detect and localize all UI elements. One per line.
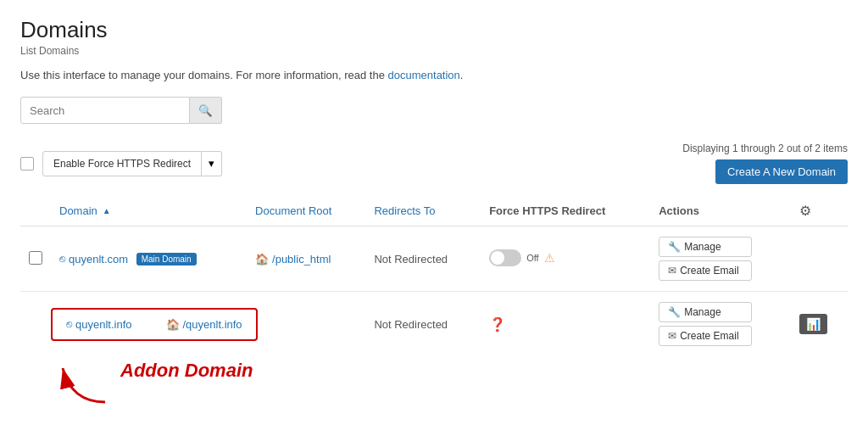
page-title: Domains — [20, 17, 848, 43]
col-actions: Actions — [650, 196, 790, 226]
addon-domain-label: Addon Domain — [120, 360, 253, 382]
row2-actions-cell: 🔧 Manage ✉ Create Email — [650, 292, 790, 357]
search-input[interactable] — [20, 97, 190, 124]
sort-icon: ▲ — [103, 206, 111, 215]
row1-domain-name: quyenlt.com — [69, 253, 128, 266]
external-link-icon2: ⎋ — [66, 318, 72, 330]
row2-https-cell: ❓ — [481, 292, 650, 357]
col-gear: ⚙ — [791, 196, 848, 226]
description-suffix: . — [460, 69, 464, 81]
domain-table: Domain ▲ Document Root Redirects To Forc… — [20, 196, 848, 356]
col-document-root: Document Root — [247, 196, 365, 226]
row2-redirects-value: Not Redirected — [374, 318, 448, 331]
analytics-button[interactable]: 📊 — [799, 314, 827, 334]
enable-https-button[interactable]: Enable Force HTTPS Redirect — [42, 151, 202, 176]
row1-checkbox[interactable] — [29, 251, 42, 265]
row1-domain-cell: ⎋ quyenlt.com Main Domain — [51, 226, 247, 292]
manage-icon2: 🔧 — [668, 306, 681, 318]
row2-domain-link[interactable]: ⎋ quyenlt.info — [66, 318, 132, 331]
home-icon: 🏠 — [255, 253, 269, 266]
row1-toggle-thumb — [491, 251, 504, 265]
col-force-https: Force HTTPS Redirect — [481, 196, 650, 226]
breadcrumb: List Domains — [20, 45, 848, 57]
home-icon2: 🏠 — [166, 318, 180, 331]
row2-actions-group: 🔧 Manage ✉ Create Email — [659, 302, 782, 346]
search-row: 🔍 — [20, 97, 848, 124]
search-button[interactable]: 🔍 — [190, 97, 222, 124]
email-icon: ✉ — [668, 265, 676, 277]
row1-warning-icon: ⚠ — [544, 251, 555, 265]
create-domain-button[interactable]: Create A New Domain — [715, 159, 848, 184]
select-all-checkbox[interactable] — [20, 157, 34, 170]
analytics-icon: 📊 — [806, 317, 821, 331]
row1-https-toggle: Off ⚠ — [489, 249, 554, 266]
https-dropdown-button[interactable]: ▾ — [202, 151, 222, 176]
row2-domain-name: quyenlt.info — [75, 318, 132, 331]
settings-gear-icon[interactable]: ⚙ — [799, 204, 811, 218]
search-icon: 🔍 — [198, 104, 213, 117]
row1-manage-label: Manage — [684, 241, 721, 253]
row1-create-email-label: Create Email — [680, 265, 738, 277]
redirects-to-header-link[interactable]: Redirects To — [374, 204, 435, 217]
row1-actions-cell: 🔧 Manage ✉ Create Email — [650, 226, 790, 292]
row2-manage-button[interactable]: 🔧 Manage — [659, 302, 752, 322]
domain-header-link[interactable]: Domain ▲ — [59, 204, 111, 217]
toolbar-left: Enable Force HTTPS Redirect ▾ — [20, 151, 222, 176]
external-link-icon: ⎋ — [59, 253, 65, 265]
row1-checkbox-cell — [20, 226, 51, 292]
row2-create-email-label: Create Email — [680, 330, 738, 342]
col-domain: Domain ▲ — [51, 196, 247, 226]
row1-redirects-value: Not Redirected — [374, 253, 448, 266]
row2-manage-label: Manage — [684, 306, 721, 318]
documentation-link[interactable]: documentation — [388, 69, 460, 81]
addon-arrow — [46, 360, 114, 406]
row1-toggle-label: Off — [526, 253, 538, 263]
toolbar-row: Enable Force HTTPS Redirect ▾ Displaying… — [20, 136, 848, 191]
row2-question-icon: ❓ — [489, 317, 506, 332]
row1-docroot: 🏠 /public_html — [255, 253, 331, 266]
document-root-header-link[interactable]: Document Root — [255, 204, 331, 217]
dropdown-icon: ▾ — [209, 157, 214, 170]
addon-annotation: Addon Domain — [20, 360, 848, 406]
row1-redirects-cell: Not Redirected — [365, 226, 481, 292]
row2-redirects-cell: Not Redirected — [365, 292, 481, 357]
table-row: ⎋ quyenlt.info 🏠 /quyenlt.info Not Redir… — [20, 292, 848, 357]
description-prefix: Use this interface to manage your domain… — [20, 69, 388, 81]
row1-toggle-track[interactable] — [489, 249, 521, 266]
main-domain-badge: Main Domain — [136, 253, 197, 266]
displaying-count: Displaying 1 through 2 out of 2 items — [682, 143, 848, 154]
row2-create-email-button[interactable]: ✉ Create Email — [659, 326, 752, 346]
col-checkbox — [20, 196, 51, 226]
row2-checkbox-cell — [20, 292, 51, 357]
row1-docroot-cell: 🏠 /public_html — [247, 226, 365, 292]
description: Use this interface to manage your domain… — [20, 69, 848, 81]
table-row: ⎋ quyenlt.com Main Domain 🏠 /public_html… — [20, 226, 848, 292]
row1-gear-cell — [791, 226, 848, 292]
row1-https-cell: Off ⚠ — [481, 226, 650, 292]
manage-icon: 🔧 — [668, 241, 681, 253]
https-button-group: Enable Force HTTPS Redirect ▾ — [42, 151, 222, 176]
row2-domain-cell: ⎋ quyenlt.info 🏠 /quyenlt.info — [51, 292, 365, 357]
table-header-row: Domain ▲ Document Root Redirects To Forc… — [20, 196, 848, 226]
row1-manage-button[interactable]: 🔧 Manage — [659, 237, 752, 257]
domain-header-label: Domain — [59, 204, 97, 217]
row2-analytics-cell: 📊 — [791, 292, 848, 357]
email-icon2: ✉ — [668, 330, 676, 342]
row2-docroot: /quyenlt.info — [183, 318, 242, 331]
row1-domain-link[interactable]: ⎋ quyenlt.com — [59, 253, 128, 266]
col-redirects-to: Redirects To — [365, 196, 481, 226]
row1-docroot-path: /public_html — [272, 253, 331, 266]
toolbar-right: Displaying 1 through 2 out of 2 items Cr… — [682, 143, 848, 184]
row1-actions-group: 🔧 Manage ✉ Create Email — [659, 237, 782, 281]
row1-create-email-button[interactable]: ✉ Create Email — [659, 260, 752, 281]
